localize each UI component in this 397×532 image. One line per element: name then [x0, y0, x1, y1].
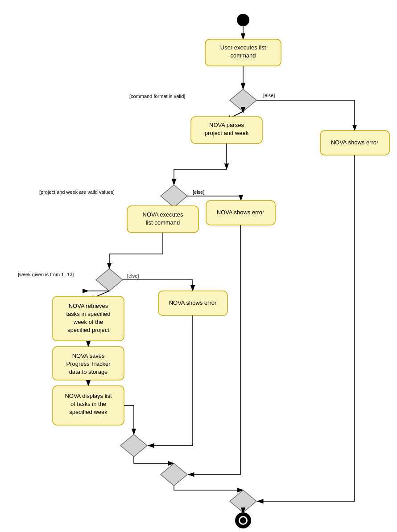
- arrow-executes-d3: [109, 233, 163, 269]
- arrow-error2-d5: [188, 225, 240, 475]
- nova-retrieves-label4: specified project: [67, 327, 109, 333]
- diamond2: [161, 185, 187, 207]
- nova-error1-label: NOVA shows error: [331, 139, 379, 146]
- arrow-d1-error1: [256, 100, 355, 131]
- end-circle-fill: [240, 517, 246, 524]
- nova-saves-label3: data to storage: [69, 368, 108, 375]
- user-executes-label2: command: [230, 52, 256, 59]
- arrow-d2-error2: [187, 196, 241, 201]
- nova-parses-label2: project and week: [205, 130, 249, 136]
- nova-error3-label: NOVA shows error: [169, 299, 217, 306]
- diamond1: [230, 89, 256, 111]
- label-else1: [else]: [263, 93, 275, 98]
- label-valid-week: [week given is from 1 -13]: [18, 272, 74, 277]
- nova-retrieves-label3: week of the: [73, 319, 103, 325]
- nova-displays-label1: NOVA displays list: [65, 393, 112, 399]
- label-else2: [else]: [193, 189, 204, 195]
- nova-saves-label2: Progress Tracker: [66, 360, 111, 367]
- nova-retrieves-label1: NOVA retrieves: [69, 303, 108, 309]
- diamond5: [161, 463, 187, 486]
- diamond3: [96, 269, 123, 291]
- nova-displays-label3: specified week: [69, 409, 108, 415]
- arrow-displays-d4: [124, 405, 134, 434]
- diamond4: [120, 434, 147, 457]
- nova-saves-label1: NOVA saves: [72, 352, 105, 359]
- label-else3: [else]: [127, 273, 139, 278]
- nova-retrieves-label2: tasks in specified: [66, 311, 111, 317]
- label-valid-project: [project and week are valid values]: [39, 189, 115, 195]
- user-executes-label: User executes list: [220, 44, 266, 51]
- arrow-d4-d5: [134, 457, 174, 463]
- start-circle: [237, 14, 249, 26]
- nova-error2-label: NOVA shows error: [217, 209, 265, 216]
- nova-parses-label1: NOVA parses: [209, 122, 244, 128]
- arrow-parses-d2b: [174, 169, 227, 185]
- label-valid-command: [command format is valid]: [129, 94, 185, 99]
- nova-displays-label2: of tasks in the: [70, 401, 106, 407]
- nova-executes-label1: NOVA executes: [143, 211, 183, 218]
- arrow-d5-d6: [174, 486, 243, 490]
- arrow-d3-error3: [123, 280, 193, 291]
- arrow-error3-d4: [148, 315, 193, 446]
- nova-executes-label2: list command: [146, 219, 180, 226]
- diamond6: [230, 490, 256, 512]
